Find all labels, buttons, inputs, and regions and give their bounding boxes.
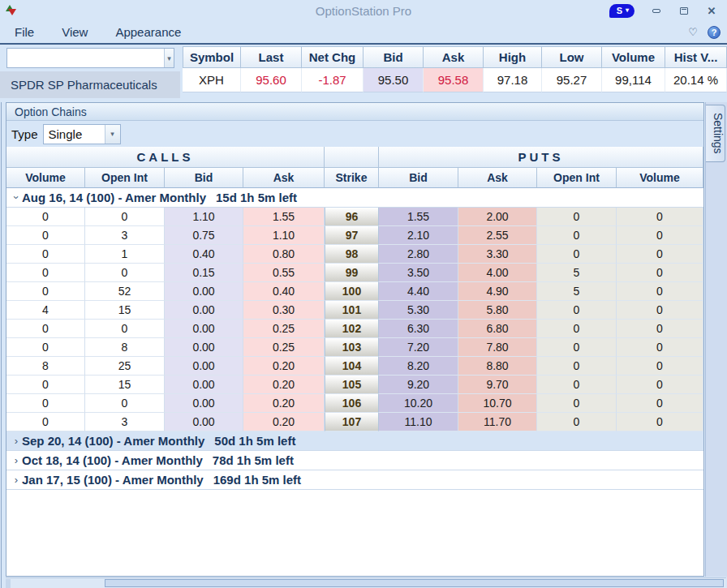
quote-col-header[interactable]: Hist V... bbox=[665, 46, 727, 68]
chain-col-header[interactable]: Bid bbox=[379, 168, 458, 188]
strike-cell[interactable]: 104 bbox=[325, 357, 379, 376]
chain-col-header[interactable]: Volume bbox=[6, 168, 85, 188]
put-openint-cell[interactable]: 0 bbox=[537, 357, 617, 376]
call-ask-cell[interactable]: 0.25 bbox=[243, 320, 325, 338]
call-volume-cell[interactable]: 4 bbox=[6, 301, 85, 320]
expiration-row[interactable]: ›Jan 17, 15 (100) - Amer Monthly169d 1h … bbox=[6, 470, 703, 490]
chain-col-header[interactable]: Volume bbox=[617, 168, 703, 188]
strike-cell[interactable]: 100 bbox=[325, 282, 379, 301]
put-volume-cell[interactable]: 0 bbox=[617, 320, 703, 338]
call-openint-cell[interactable]: 0 bbox=[85, 320, 165, 338]
scrollbar-thumb[interactable] bbox=[105, 579, 724, 587]
call-bid-cell[interactable]: 0.00 bbox=[165, 338, 243, 357]
call-bid-cell[interactable]: 0.40 bbox=[165, 245, 243, 264]
call-openint-cell[interactable]: 52 bbox=[85, 282, 165, 301]
type-dropdown-button[interactable]: ▾ bbox=[105, 125, 120, 144]
call-openint-cell[interactable]: 3 bbox=[85, 226, 165, 245]
put-volume-cell[interactable]: 0 bbox=[617, 338, 703, 357]
horizontal-scrollbar[interactable] bbox=[6, 577, 726, 588]
call-ask-cell[interactable]: 0.80 bbox=[243, 245, 325, 264]
put-bid-cell[interactable]: 7.20 bbox=[379, 338, 458, 357]
put-bid-cell[interactable]: 11.10 bbox=[379, 413, 458, 431]
expiration-row[interactable]: ›Aug 16, 14 (100) - Amer Monthly15d 1h 5… bbox=[6, 188, 703, 208]
strike-cell[interactable]: 101 bbox=[325, 301, 379, 320]
put-openint-cell[interactable]: 5 bbox=[537, 282, 617, 301]
put-bid-cell[interactable]: 6.30 bbox=[379, 320, 458, 338]
put-ask-cell[interactable]: 11.70 bbox=[458, 413, 537, 431]
call-volume-cell[interactable]: 0 bbox=[6, 282, 85, 301]
quote-col-header[interactable]: Symbol bbox=[183, 46, 241, 68]
call-volume-cell[interactable]: 0 bbox=[6, 208, 85, 226]
quote-col-header[interactable]: High bbox=[484, 46, 542, 68]
menu-view[interactable]: View bbox=[62, 25, 88, 39]
call-ask-cell[interactable]: 0.55 bbox=[243, 264, 325, 282]
put-ask-cell[interactable]: 9.70 bbox=[458, 376, 537, 394]
put-volume-cell[interactable]: 0 bbox=[617, 226, 703, 245]
strike-cell[interactable]: 99 bbox=[325, 264, 379, 282]
put-bid-cell[interactable]: 1.55 bbox=[379, 208, 458, 226]
strike-cell[interactable]: 102 bbox=[325, 320, 379, 338]
chain-col-header[interactable]: Bid bbox=[165, 168, 243, 188]
put-volume-cell[interactable]: 0 bbox=[617, 264, 703, 282]
call-bid-cell[interactable]: 0.00 bbox=[165, 282, 243, 301]
chain-col-header[interactable]: Ask bbox=[243, 168, 325, 188]
call-volume-cell[interactable]: 8 bbox=[6, 357, 85, 376]
symbol-dropdown-button[interactable]: ▾ bbox=[164, 49, 174, 67]
call-ask-cell[interactable]: 0.20 bbox=[243, 413, 325, 431]
put-openint-cell[interactable]: 0 bbox=[537, 320, 617, 338]
call-openint-cell[interactable]: 8 bbox=[85, 338, 165, 357]
call-bid-cell[interactable]: 0.00 bbox=[165, 376, 243, 394]
put-openint-cell[interactable]: 0 bbox=[537, 208, 617, 226]
put-ask-cell[interactable]: 2.55 bbox=[458, 226, 537, 245]
call-openint-cell[interactable]: 0 bbox=[85, 264, 165, 282]
call-bid-cell[interactable]: 0.00 bbox=[165, 301, 243, 320]
chain-col-header[interactable]: Ask bbox=[458, 168, 537, 188]
call-ask-cell[interactable]: 0.20 bbox=[243, 376, 325, 394]
restore-button[interactable] bbox=[678, 6, 690, 15]
strike-cell[interactable]: 96 bbox=[325, 208, 379, 226]
call-openint-cell[interactable]: 15 bbox=[85, 301, 165, 320]
strike-cell[interactable]: 107 bbox=[325, 413, 379, 431]
call-ask-cell[interactable]: 0.20 bbox=[243, 357, 325, 376]
put-bid-cell[interactable]: 10.20 bbox=[379, 394, 458, 413]
call-bid-cell[interactable]: 0.15 bbox=[165, 264, 243, 282]
put-bid-cell[interactable]: 5.30 bbox=[379, 301, 458, 320]
put-volume-cell[interactable]: 0 bbox=[617, 208, 703, 226]
call-volume-cell[interactable]: 0 bbox=[6, 245, 85, 264]
put-bid-cell[interactable]: 2.80 bbox=[379, 245, 458, 264]
put-ask-cell[interactable]: 5.80 bbox=[458, 301, 537, 320]
put-ask-cell[interactable]: 4.00 bbox=[458, 264, 537, 282]
call-volume-cell[interactable]: 0 bbox=[6, 226, 85, 245]
put-openint-cell[interactable]: 0 bbox=[537, 301, 617, 320]
call-bid-cell[interactable]: 1.10 bbox=[165, 208, 243, 226]
put-volume-cell[interactable]: 0 bbox=[617, 301, 703, 320]
put-ask-cell[interactable]: 3.30 bbox=[458, 245, 537, 264]
quote-col-header[interactable]: Last bbox=[241, 46, 302, 68]
put-ask-cell[interactable]: 2.00 bbox=[458, 208, 537, 226]
strike-cell[interactable]: 97 bbox=[325, 226, 379, 245]
strike-cell[interactable]: 106 bbox=[325, 394, 379, 413]
call-openint-cell[interactable]: 1 bbox=[85, 245, 165, 264]
call-bid-cell[interactable]: 0.75 bbox=[165, 226, 243, 245]
put-ask-cell[interactable]: 4.90 bbox=[458, 282, 537, 301]
call-ask-cell[interactable]: 0.40 bbox=[243, 282, 325, 301]
put-openint-cell[interactable]: 0 bbox=[537, 338, 617, 357]
call-bid-cell[interactable]: 0.00 bbox=[165, 357, 243, 376]
put-ask-cell[interactable]: 10.70 bbox=[458, 394, 537, 413]
put-bid-cell[interactable]: 9.20 bbox=[379, 376, 458, 394]
put-volume-cell[interactable]: 0 bbox=[617, 357, 703, 376]
symbol-combobox[interactable]: ▾ bbox=[6, 48, 174, 68]
quote-col-header[interactable]: Low bbox=[542, 46, 602, 68]
call-openint-cell[interactable]: 25 bbox=[85, 357, 165, 376]
type-combobox[interactable]: Single ▾ bbox=[43, 124, 121, 144]
symbol-link-badge[interactable]: S ▾ bbox=[609, 4, 635, 18]
call-volume-cell[interactable]: 0 bbox=[6, 413, 85, 431]
call-openint-cell[interactable]: 15 bbox=[85, 376, 165, 394]
call-openint-cell[interactable]: 0 bbox=[85, 394, 165, 413]
call-bid-cell[interactable]: 0.00 bbox=[165, 394, 243, 413]
close-button[interactable]: ✕ bbox=[706, 6, 717, 15]
settings-tab[interactable]: Settings bbox=[706, 105, 725, 162]
put-volume-cell[interactable]: 0 bbox=[617, 245, 703, 264]
put-bid-cell[interactable]: 4.40 bbox=[379, 282, 458, 301]
put-volume-cell[interactable]: 0 bbox=[617, 394, 703, 413]
